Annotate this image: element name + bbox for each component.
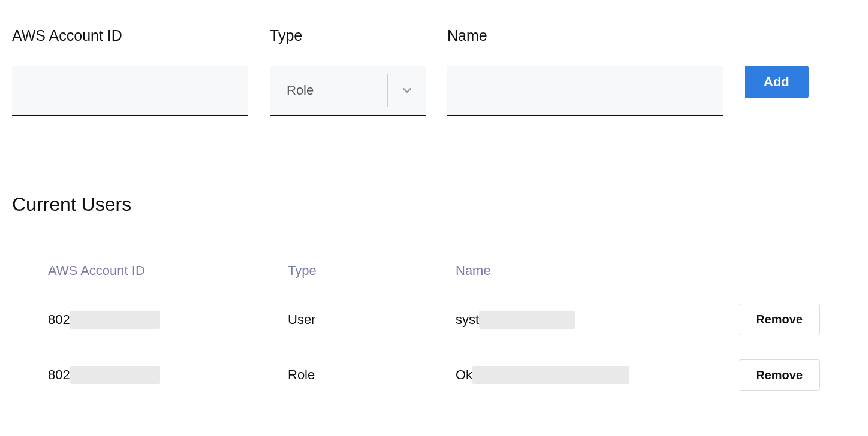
redacted-block [70, 366, 160, 384]
name-field: Name [447, 26, 723, 116]
type-field: Type Role [270, 26, 426, 116]
cell-name: Ok [456, 366, 737, 384]
cell-action: Remove [737, 359, 820, 391]
cell-name: syst [456, 311, 737, 329]
redacted-block [472, 366, 629, 384]
name-prefix: Ok [456, 367, 472, 383]
aws-account-id-label: AWS Account ID [12, 26, 248, 44]
col-name: Name [456, 263, 737, 278]
type-label: Type [270, 26, 426, 44]
account-id-prefix: 802 [48, 367, 70, 383]
name-input[interactable] [447, 66, 723, 116]
name-prefix: syst [456, 312, 479, 328]
current-users-heading: Current Users [12, 193, 856, 216]
col-account: AWS Account ID [48, 263, 288, 278]
type-select[interactable]: Role [270, 66, 426, 116]
cell-account: 802 [48, 366, 288, 384]
users-table-header: AWS Account ID Type Name [12, 249, 856, 292]
remove-button[interactable]: Remove [739, 304, 820, 335]
aws-account-id-input[interactable] [12, 66, 248, 116]
redacted-block [479, 311, 575, 329]
add-button[interactable]: Add [745, 66, 809, 98]
add-button-area: Add [745, 26, 809, 98]
remove-button[interactable]: Remove [739, 359, 820, 391]
add-user-form: AWS Account ID Type Role Name Add [12, 0, 856, 138]
cell-type: User [288, 312, 456, 328]
redacted-block [70, 311, 160, 329]
name-label: Name [447, 26, 723, 44]
cell-account: 802 [48, 311, 288, 329]
aws-account-id-field: AWS Account ID [12, 26, 248, 116]
account-id-prefix: 802 [48, 312, 70, 328]
chevron-down-icon [387, 74, 426, 107]
users-table: AWS Account ID Type Name 802 User syst R… [12, 249, 856, 402]
cell-type: Role [288, 367, 456, 383]
col-type: Type [288, 263, 456, 278]
table-row: 802 User syst Remove [12, 292, 856, 347]
cell-action: Remove [737, 304, 820, 335]
type-select-value: Role [287, 83, 314, 98]
table-row: 802 Role Ok Remove [12, 347, 856, 402]
